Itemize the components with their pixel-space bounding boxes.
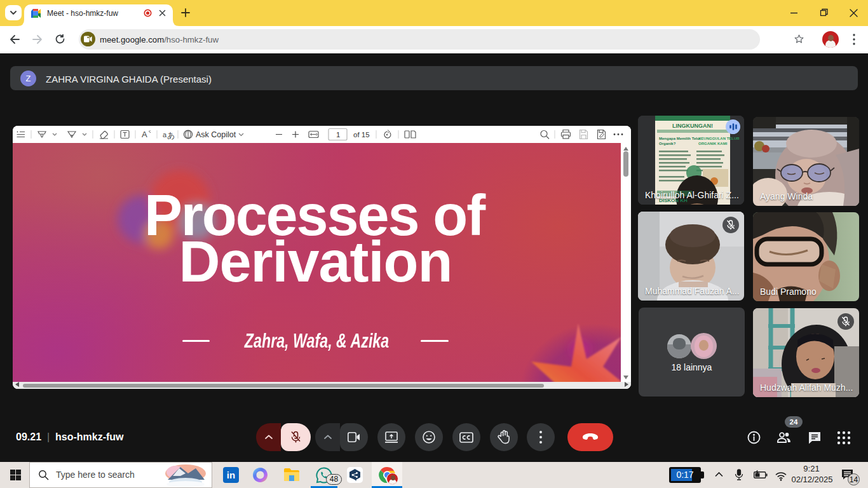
svg-text:あ: あ bbox=[167, 131, 175, 140]
svg-text:Organik?: Organik? bbox=[659, 142, 676, 146]
svg-text:Ask Copilot: Ask Copilot bbox=[196, 130, 236, 139]
svg-text:KEUNGGULAN TELUR: KEUNGGULAN TELUR bbox=[698, 137, 740, 140]
svg-text:LINGKUNGAN!: LINGKUNGAN! bbox=[672, 123, 713, 129]
svg-text:a: a bbox=[163, 131, 167, 139]
svg-text:Mengapa Memilih Telur: Mengapa Memilih Telur bbox=[659, 137, 702, 140]
svg-text:ORGANIK KAMI: ORGANIK KAMI bbox=[698, 142, 728, 146]
svg-text:A: A bbox=[142, 130, 147, 139]
svg-text:of 15: of 15 bbox=[353, 131, 370, 139]
svg-text:1: 1 bbox=[336, 131, 340, 139]
